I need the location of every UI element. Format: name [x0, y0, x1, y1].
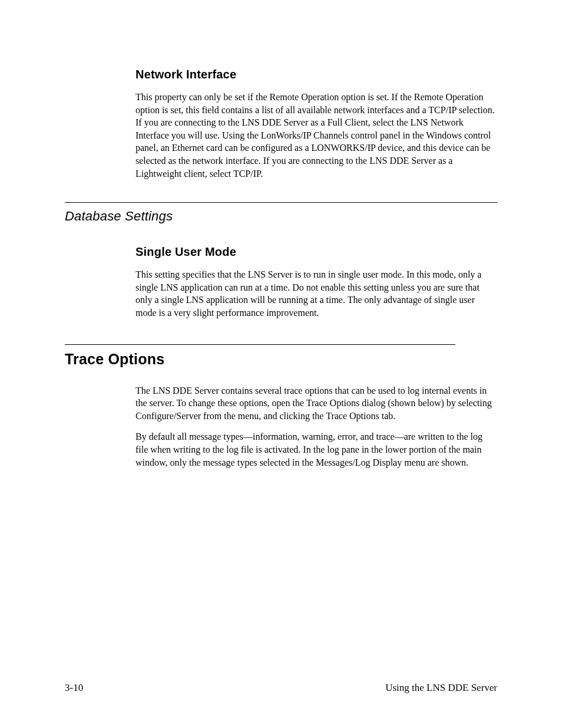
network-interface-body: This property can only be set if the Rem…: [135, 91, 497, 180]
footer-page-number: 3-10: [65, 682, 83, 694]
ni-text-smallcaps: ONWORKS: [317, 143, 365, 153]
document-page: Network Interface This property can only…: [0, 0, 562, 728]
database-settings-heading: Database Settings: [65, 209, 497, 224]
trace-options-heading: Trace Options: [65, 351, 497, 368]
footer-title: Using the LNS DDE Server: [385, 682, 497, 694]
section-divider: [65, 344, 455, 345]
network-interface-heading: Network Interface: [135, 68, 497, 81]
trace-options-section: The LNS DDE Server contains several trac…: [135, 384, 497, 469]
single-user-mode-heading: Single User Mode: [135, 245, 497, 259]
network-interface-section: Network Interface This property can only…: [135, 68, 497, 180]
single-user-mode-section: Single User Mode This setting specifies …: [135, 245, 497, 319]
section-divider: [65, 202, 497, 203]
single-user-mode-body: This setting specifies that the LNS Serv…: [135, 268, 497, 319]
trace-options-para2: By default all message types—information…: [135, 430, 497, 469]
page-footer: 3-10 Using the LNS DDE Server: [65, 682, 497, 694]
trace-options-para1: The LNS DDE Server contains several trac…: [135, 384, 497, 423]
